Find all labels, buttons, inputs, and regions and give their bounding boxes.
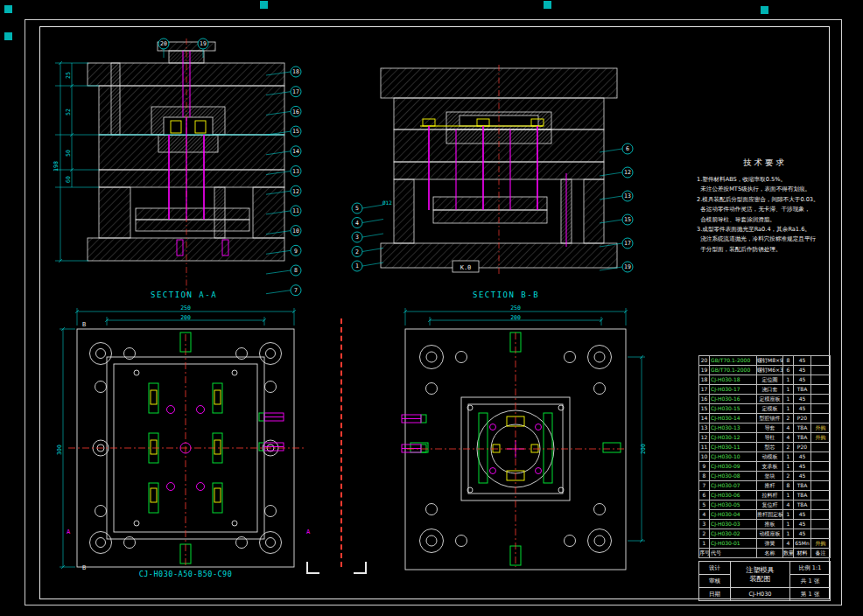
bom-row: 17CJ-H030-17浇口套1T8A [699,385,831,395]
tech-requirement-line: 3.成型零件表面抛光至Ra0.4，其余Ra1.6。 [697,225,833,234]
bom-cell: 2 [783,472,794,481]
title-block-scale: 比例 1:1 [790,562,831,575]
bom-row: 11CJ-H030-11型芯2P20 [699,443,831,452]
bom-cell: 1 [783,491,794,500]
bom-row: 3CJ-H030-03推板145 [699,520,831,529]
balloon-callout: 3 [352,232,383,242]
bom-cell: 1 [699,539,710,549]
viewport-grip[interactable] [4,5,12,13]
bom-cell: 6 [699,491,710,500]
bom-cell: 45 [794,462,811,472]
technical-requirements: 技术要求 1.塑件材料ABS，收缩率取0.5%。 未注公差按MT5级执行，表面不… [697,158,833,255]
plan-view-right[interactable]: 250 200 200 [389,303,652,576]
bom-cell: T8A [794,433,811,443]
bom-cell: 9 [699,462,710,472]
balloon-callout: 2 [352,247,383,257]
bom-cell: CJ-H030-10 [710,452,757,462]
bom-cell: T8A [794,481,811,491]
bom-cell: T8A [794,500,811,510]
balloon-callout: 6 [600,144,633,154]
bom-cell: 1 [783,404,794,414]
bom-cell [811,529,831,539]
viewport-grip[interactable] [260,1,268,9]
bom-cell: 1 [783,395,794,404]
bom-cell: 3 [699,520,710,529]
bom-cell: CJ-H030-13 [710,424,757,433]
title-block-sheet-no: 第 1 张 [790,588,831,601]
balloon-callout: 15 [600,214,633,225]
svg-text:6: 6 [626,145,629,152]
svg-text:200: 200 [180,314,191,321]
bom-header-cell: 备注 [811,549,831,558]
bom-cell: 1 [783,510,794,520]
bom-cell: 45 [794,356,811,366]
bom-header-cell: 数量 [783,549,794,558]
bom-cell: CJ-H030-16 [710,395,757,404]
svg-text:12: 12 [292,188,299,195]
section-a-view[interactable]: 198 25 52 50 60 2019 1817161514131211109… [48,37,319,299]
bom-cell: 45 [794,520,811,529]
tech-requirement-line: 未注公差按MT5级执行，表面不得有划痕。 [697,185,833,194]
bom-cell: 13 [699,424,710,433]
bom-row: 15CJ-H030-15定模板145 [699,404,831,414]
bom-cell: 7 [699,481,710,491]
bom-cell: 动模板 [757,452,783,462]
bom-cell: 型芯 [757,443,783,452]
bom-cell: 14 [699,414,710,424]
bom-cell: T8A [794,424,811,433]
svg-text:11: 11 [292,207,299,214]
bom-cell [811,472,831,481]
bom-row: 13CJ-H030-13导套4T8A外购 [699,424,831,433]
bom-cell: CJ-H030-14 [710,414,757,424]
bom-cell: GB/T70.1-2000 [710,366,757,375]
svg-text:B: B [82,321,86,328]
svg-text:198: 198 [53,161,60,172]
bom-row: 6CJ-H030-06拉料杆1T8A [699,491,831,500]
bom-cell: CJ-H030-08 [710,472,757,481]
bom-cell: 18 [699,375,710,385]
svg-text:5: 5 [355,205,359,212]
bom-row: 7CJ-H030-07推杆8T8A [699,481,831,491]
balloon-callout: 13 [600,191,633,201]
bom-cell: CJ-H030-12 [710,433,757,443]
bom-row: 12CJ-H030-12导柱4T8A外购 [699,433,831,443]
svg-text:8: 8 [294,267,298,274]
bom-cell: 1 [783,375,794,385]
bom-cell: 2 [699,529,710,539]
bom-cell [811,414,831,424]
bom-cell: 外购 [811,539,831,549]
bom-cell: 拉料杆 [757,491,783,500]
bom-cell: 11 [699,443,710,452]
viewport-grip[interactable] [761,6,768,14]
bom-cell [811,404,831,414]
plan-view-left[interactable]: 250 200 300 [53,303,341,576]
title-block-design-label: 设计 [699,562,731,575]
tech-requirement-line: 各运动零件动作灵活，无卡滞、干涉现象， [697,205,833,214]
bom-cell: CJ-H030-18 [710,375,757,385]
viewport-grip[interactable] [544,1,551,9]
bom-cell: 定位圈 [757,375,783,385]
balloon-callout: 7 [266,285,301,296]
bom-cell: 推杆 [757,481,783,491]
bom-row: 9CJ-H030-09支承板145 [699,462,831,472]
bom-header-cell: 代号 [710,549,757,558]
kzero-note: K.0 [460,264,472,271]
bom-cell [811,443,831,452]
svg-text:1: 1 [355,262,359,270]
balloon-callout: 12 [600,167,633,178]
bom-row: 16CJ-H030-16定模座板145 [699,395,831,404]
bom-cell: 弹簧 [757,539,783,549]
svg-text:13: 13 [624,192,631,200]
bom-cell: T8A [794,491,811,500]
svg-text:10: 10 [292,228,299,234]
bom-cell: CJ-H030-15 [710,404,757,414]
bom-cell [811,366,831,375]
bom-row: 1CJ-H030-01弹簧465Mn外购 [699,539,831,549]
section-b-view[interactable]: Ø12 K.0 54321 61213151719 [346,61,639,293]
bom-cell: 型腔镶件 [757,414,783,424]
svg-text:15: 15 [292,128,299,135]
bom-cell: 4 [783,500,794,510]
viewport-grip[interactable] [4,32,12,40]
section-a-label: SECTION A-A [151,290,217,299]
bom-cell: CJ-H030-05 [710,500,757,510]
